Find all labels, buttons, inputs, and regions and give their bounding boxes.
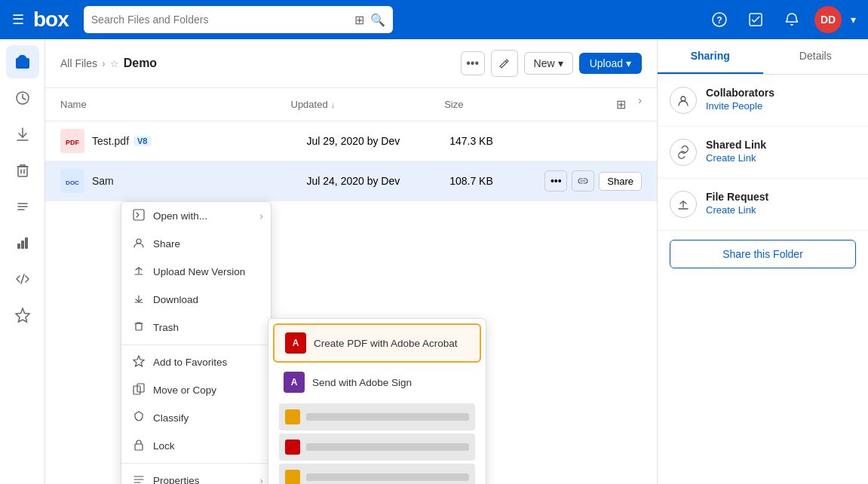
context-open-with[interactable]: Open with... ›: [121, 202, 271, 230]
create-pdf-label: Create PDF with Adobe Acrobat: [314, 338, 458, 349]
file-list-header: Name Updated ↓ Size ⊞ ›: [45, 88, 657, 121]
submenu-create-pdf[interactable]: A Create PDF with Adobe Acrobat: [273, 323, 481, 363]
edit-view-button[interactable]: [491, 50, 518, 77]
blurred-integration-3: [279, 464, 475, 484]
context-favorites[interactable]: Add to Favorites: [121, 348, 271, 376]
file-size: 147.3 KB: [449, 135, 493, 147]
panel-tabs: Sharing Details: [658, 39, 868, 75]
shared-link-icon: [670, 139, 697, 166]
tasks-icon[interactable]: [742, 6, 769, 33]
svg-text:DOC: DOC: [66, 179, 79, 186]
file-row[interactable]: PDF Test.pdf V8 Jul 29, 2020 by Dev 147.…: [45, 121, 657, 161]
file-updated-2: Jul 24, 2020 by Dev: [307, 175, 400, 187]
sidebar-item-downloads[interactable]: [6, 118, 39, 151]
svg-text:PDF: PDF: [66, 139, 80, 146]
move-copy-icon: [132, 383, 146, 397]
blurred-icon-1: [285, 409, 300, 424]
collaborators-icon: [670, 87, 697, 114]
sidebar-item-tasks[interactable]: [6, 190, 39, 223]
context-download[interactable]: Download: [121, 286, 271, 314]
col-updated-sort-icon[interactable]: ↓: [331, 100, 336, 109]
context-favorites-label: Add to Favorites: [153, 357, 227, 368]
more-options-button[interactable]: •••: [461, 51, 485, 75]
sidebar-item-files[interactable]: [6, 45, 39, 78]
file-icon-docx: DOC: [60, 169, 84, 193]
search-input[interactable]: [91, 14, 349, 26]
blurred-icon-2: [285, 440, 300, 455]
col-size-label[interactable]: Size: [444, 99, 463, 110]
top-nav: ☰ box ⊞ 🔍 ? DD ▾: [0, 0, 868, 39]
blurred-integration-1: [279, 403, 475, 430]
collaborators-title: Collaborators: [706, 87, 774, 99]
col-name-label[interactable]: Name: [60, 99, 87, 110]
svg-rect-13: [21, 240, 24, 249]
main-layout: All Files › ☆ Demo ••• New ▾ Upload ▾: [0, 39, 868, 484]
search-icon[interactable]: 🔍: [370, 13, 385, 27]
grid-view-icon[interactable]: ⊞: [613, 94, 629, 115]
context-properties[interactable]: Properties ›: [121, 467, 271, 484]
context-trash-label: Trash: [153, 322, 179, 333]
file-more-button[interactable]: •••: [544, 170, 567, 191]
left-sidebar: [0, 39, 45, 484]
tab-details[interactable]: Details: [763, 39, 869, 74]
blurred-integration-2: [279, 433, 475, 461]
upload-version-icon: [132, 265, 146, 279]
trash-icon: [132, 320, 146, 335]
create-link-link[interactable]: Create Link: [706, 152, 766, 164]
help-icon[interactable]: ?: [706, 6, 733, 33]
properties-icon: [132, 473, 146, 484]
search-filter-icon[interactable]: ⊞: [354, 13, 364, 27]
context-lock[interactable]: Lock: [121, 432, 271, 460]
context-share[interactable]: Share: [121, 230, 271, 258]
svg-rect-12: [17, 244, 20, 249]
file-request-link[interactable]: Create Link: [706, 204, 768, 216]
search-bar[interactable]: ⊞ 🔍: [84, 6, 394, 33]
content-toolbar: All Files › ☆ Demo ••• New ▾ Upload ▾: [45, 39, 657, 88]
user-avatar[interactable]: DD: [814, 6, 842, 33]
submenu-send-sign[interactable]: A Send with Adobe Sign: [273, 364, 481, 400]
breadcrumb-current: Demo: [124, 57, 157, 70]
context-divider-2: [121, 463, 271, 464]
avatar-dropdown-icon[interactable]: ▾: [851, 14, 856, 26]
hamburger-menu[interactable]: ☰: [12, 11, 24, 28]
svg-marker-25: [133, 356, 144, 366]
sidebar-item-trash[interactable]: [6, 154, 39, 187]
properties-arrow-icon: ›: [260, 475, 264, 484]
file-link-button[interactable]: [572, 170, 594, 191]
sidebar-item-analytics[interactable]: [6, 226, 39, 259]
file-name: Test.pdf: [92, 135, 129, 147]
file-row-active[interactable]: DOC Sam Jul 24, 2020 by Dev 108.7 KB •••…: [45, 161, 657, 201]
share-icon: [132, 237, 146, 251]
expand-columns-icon[interactable]: ›: [638, 94, 642, 115]
context-download-label: Download: [153, 294, 198, 305]
adobe-sign-icon: A: [284, 372, 305, 393]
breadcrumb-star-icon[interactable]: ☆: [110, 58, 119, 69]
file-share-button[interactable]: Share: [599, 172, 642, 191]
invite-people-link[interactable]: Invite People: [706, 100, 774, 112]
shared-link-title: Shared Link: [706, 139, 766, 151]
content-area: All Files › ☆ Demo ••• New ▾ Upload ▾: [45, 39, 657, 484]
context-properties-label: Properties: [153, 475, 200, 484]
more-dots-icon: •••: [466, 57, 479, 70]
sidebar-item-favorites[interactable]: [6, 299, 39, 332]
share-folder-button[interactable]: Share this Folder: [670, 240, 856, 268]
download-icon: [132, 293, 146, 307]
sidebar-item-developer[interactable]: [6, 262, 39, 296]
send-sign-label: Send with Adobe Sign: [312, 377, 412, 388]
context-share-label: Share: [153, 238, 180, 250]
new-button[interactable]: New ▾: [524, 52, 573, 75]
notifications-icon[interactable]: [778, 6, 805, 33]
context-upload-new-version[interactable]: Upload New Version: [121, 258, 271, 286]
col-updated-label[interactable]: Updated: [291, 99, 328, 110]
svg-rect-28: [135, 444, 143, 450]
context-trash[interactable]: Trash: [121, 314, 271, 342]
context-move-copy[interactable]: Move or Copy: [121, 376, 271, 404]
tab-sharing[interactable]: Sharing: [658, 39, 763, 74]
breadcrumb-root[interactable]: All Files: [60, 57, 97, 69]
upload-button-label: Upload: [590, 57, 623, 69]
blurred-text-3: [306, 473, 469, 481]
sidebar-item-recent[interactable]: [6, 81, 39, 115]
context-move-copy-label: Move or Copy: [153, 384, 216, 396]
upload-button[interactable]: Upload ▾: [579, 53, 642, 74]
context-classify[interactable]: Classify: [121, 404, 271, 432]
